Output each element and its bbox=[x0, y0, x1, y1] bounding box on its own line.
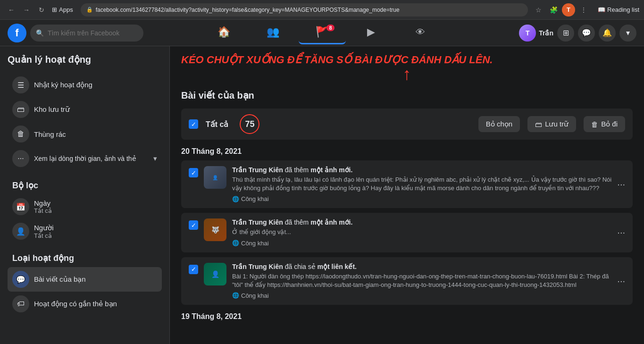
discard-icon: 🗑 bbox=[591, 120, 598, 128]
filters-title: Bộ lọc bbox=[8, 180, 162, 191]
activity-type-title: Loại hoạt động bbox=[8, 253, 162, 263]
post-avatar-2: 🐺 bbox=[204, 218, 226, 241]
fb-header: f 🔍 🏠 👥 🚩 8 ▶ 👁 T Trần ⊞ 💬 🔔 ▾ bbox=[0, 20, 644, 46]
address-bar[interactable]: 🔒 facebook.com/1346277842/allactivity?ac… bbox=[81, 3, 528, 17]
select-bar: ✓ Tất cả 75 Bỏ chọn 🗃 Lưu trữ 🗑 Bỏ đi bbox=[181, 109, 633, 140]
nav-groups[interactable]: 👁 bbox=[397, 22, 444, 44]
section-title: Bài viết của bạn bbox=[181, 90, 633, 101]
post-title-1: Trần Trung Kiên đã thêm một ảnh mới. bbox=[232, 166, 611, 174]
browser-bar: ← → ↻ ⊞ Apps 🔒 facebook.com/1346277842/a… bbox=[0, 0, 644, 20]
back-button[interactable]: ← bbox=[5, 3, 18, 17]
reload-button[interactable]: ↻ bbox=[35, 3, 48, 17]
content-area: KÉO CHUỘT XUỐNG ĐỂ TĂNG SỐ BÀI ĐƯỢC ĐÁNH… bbox=[170, 46, 644, 344]
sidebar-item-activity-log[interactable]: ☰ Nhật ký hoạt động bbox=[8, 73, 162, 97]
user-profile[interactable]: T Trần bbox=[519, 25, 553, 42]
save-icon: 🗃 bbox=[535, 120, 542, 128]
filter-date[interactable]: 📅 Ngày Tất cả bbox=[8, 194, 162, 219]
count-circle: 75 bbox=[240, 114, 259, 134]
nav-home[interactable]: 🏠 bbox=[201, 22, 248, 44]
sidebar-title: Quản lý hoạt động bbox=[8, 54, 162, 65]
globe-icon-2: 🌐 bbox=[232, 240, 239, 246]
post-more-1[interactable]: ··· bbox=[617, 179, 625, 190]
post-item-2: ✓ 🐺 Trần Trung Kiên đã thêm một ảnh mới.… bbox=[181, 213, 633, 252]
filter-date-label: Ngày bbox=[34, 199, 52, 207]
post-item-3: ✓ 👤 Trần Trung Kiên đã chia sẻ một liên … bbox=[181, 257, 633, 305]
deselect-button[interactable]: Bỏ chọn bbox=[478, 116, 520, 132]
filter-person-label: Người bbox=[34, 224, 54, 232]
annotation-text: KÉO CHUỘT XUỐNG ĐỂ TĂNG SỐ BÀI ĐƯỢC ĐÁNH… bbox=[181, 54, 633, 84]
apps-label[interactable]: ⊞ Apps bbox=[52, 6, 73, 13]
menu-button[interactable]: ⋮ bbox=[577, 3, 590, 17]
fb-nav-center: 🏠 👥 🚩 8 ▶ 👁 bbox=[201, 22, 444, 44]
archive-icon: 🗃 bbox=[12, 101, 29, 118]
timeline-icon: ··· bbox=[12, 150, 29, 167]
bell-icon-btn[interactable]: 🔔 bbox=[599, 25, 616, 42]
post-more-2[interactable]: ··· bbox=[617, 227, 625, 238]
chevron-down-btn[interactable]: ▾ bbox=[619, 25, 636, 42]
post-title-2: Trần Trung Kiên đã thêm một ảnh mới. bbox=[232, 218, 611, 226]
post-avatar-3: 👤 bbox=[204, 263, 226, 285]
post-checkbox-1[interactable]: ✓ bbox=[189, 168, 198, 177]
messenger-icon-btn[interactable]: 💬 bbox=[578, 25, 595, 42]
save-button[interactable]: 🗃 Lưu trữ bbox=[527, 116, 576, 132]
sidebar: Quản lý hoạt động ☰ Nhật ký hoạt động 🗃 … bbox=[0, 46, 170, 344]
reading-list-icon: 📖 bbox=[598, 6, 605, 13]
chevron-down-icon: ▾ bbox=[153, 154, 157, 163]
reading-list[interactable]: 📖 Reading list bbox=[598, 6, 639, 13]
arrow-up-icon: ↑ bbox=[403, 64, 411, 84]
person-icon: 👤 bbox=[12, 223, 29, 240]
post-desc-1: Thú thật mình thấy lạ, lâu lâu lại có lã… bbox=[232, 176, 611, 193]
post-desc-2: Ở thế giới động vật... bbox=[232, 228, 611, 236]
post-checkbox-2[interactable]: ✓ bbox=[189, 220, 198, 230]
search-icon: 🔍 bbox=[36, 29, 44, 37]
search-input[interactable] bbox=[48, 29, 138, 37]
discard-button[interactable]: 🗑 Bỏ đi bbox=[584, 116, 625, 132]
post-title-3: Trần Trung Kiên đã chia sẻ một liên kết. bbox=[232, 263, 611, 270]
date-divider-2: 19 Tháng 8, 2021 bbox=[181, 312, 633, 321]
filter-person[interactable]: 👤 Người Tất cả bbox=[8, 219, 162, 243]
post-content-1: Trần Trung Kiên đã thêm một ảnh mới. Thú… bbox=[232, 166, 611, 202]
search-bar[interactable]: 🔍 bbox=[30, 25, 143, 42]
post-content-3: Trần Trung Kiên đã chia sẻ một liên kết.… bbox=[232, 263, 611, 299]
filters-section: Bộ lọc 📅 Ngày Tất cả 👤 Người Tất cả bbox=[8, 180, 162, 243]
extensions-button[interactable]: 🧩 bbox=[547, 3, 560, 17]
star-button[interactable]: ☆ bbox=[532, 3, 545, 17]
activity-type-section: Loại hoạt động 💬 Bài viết của bạn 🏷 Hoạt… bbox=[8, 253, 162, 316]
forward-button[interactable]: → bbox=[20, 3, 33, 17]
grid-icon-btn[interactable]: ⊞ bbox=[557, 25, 574, 42]
fb-nav-right: T Trần ⊞ 💬 🔔 ▾ bbox=[519, 25, 636, 42]
trash-icon: 🗑 bbox=[12, 126, 29, 143]
post-checkbox-3[interactable]: ✓ bbox=[189, 265, 198, 274]
post-desc-3: Bài 1: Người đàn ông thép https://laodon… bbox=[232, 272, 611, 289]
nav-video[interactable]: ▶ bbox=[348, 22, 395, 44]
notification-badge: 8 bbox=[326, 25, 334, 31]
filter-person-value: Tất cả bbox=[34, 232, 54, 239]
post-item: ✓ 👤 Trần Trung Kiên đã thêm một ảnh mới.… bbox=[181, 160, 633, 208]
select-all-checkbox[interactable]: ✓ bbox=[189, 119, 198, 129]
browser-nav: ← → ↻ bbox=[5, 3, 48, 17]
post-more-3[interactable]: ··· bbox=[617, 276, 625, 286]
nav-flag[interactable]: 🚩 8 bbox=[299, 22, 346, 44]
sidebar-item-your-posts[interactable]: 💬 Bài viết của bạn bbox=[8, 267, 162, 292]
globe-icon-3: 🌐 bbox=[232, 292, 239, 299]
profile-button[interactable]: T bbox=[562, 3, 575, 17]
browser-actions: ☆ 🧩 T ⋮ bbox=[532, 3, 590, 17]
sidebar-item-trash[interactable]: 🗑 Thùng rác bbox=[8, 122, 162, 146]
sidebar-item-archive[interactable]: 🗃 Kho lưu trữ bbox=[8, 97, 162, 122]
fb-logo[interactable]: f bbox=[8, 24, 26, 42]
post-privacy-3: 🌐 Công khai bbox=[232, 292, 611, 299]
globe-icon-1: 🌐 bbox=[232, 196, 239, 202]
select-all-label: Tất cả bbox=[206, 120, 228, 129]
main-layout: Quản lý hoạt động ☰ Nhật ký hoạt động 🗃 … bbox=[0, 46, 644, 344]
lock-icon: 🔒 bbox=[86, 7, 93, 13]
post-privacy-1: 🌐 Công khai bbox=[232, 195, 611, 202]
apps-grid-icon: ⊞ bbox=[52, 6, 57, 13]
nav-friends[interactable]: 👥 bbox=[250, 22, 297, 44]
sidebar-item-timeline[interactable]: ··· Xem lại dòng thời gian, ảnh và thẻ ▾ bbox=[8, 146, 162, 171]
tag-icon: 🏷 bbox=[12, 295, 29, 312]
avatar: T bbox=[519, 25, 536, 42]
calendar-icon: 📅 bbox=[12, 198, 29, 215]
sidebar-item-tagged-activity[interactable]: 🏷 Hoạt động có gắn thẻ bạn bbox=[8, 292, 162, 316]
date-divider-1: 20 Tháng 8, 2021 bbox=[181, 147, 633, 156]
sidebar-main-section: ☰ Nhật ký hoạt động 🗃 Kho lưu trữ 🗑 Thùn… bbox=[8, 73, 162, 171]
